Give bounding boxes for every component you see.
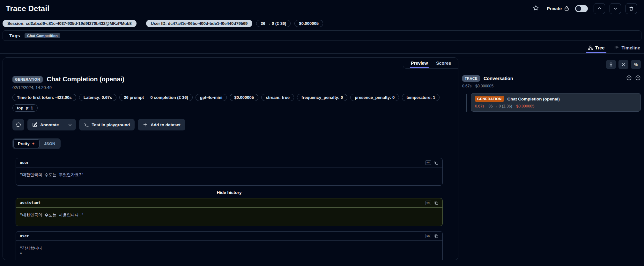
bookmark-star-button[interactable] bbox=[531, 4, 540, 13]
tab-pretty[interactable]: Pretty ✦ bbox=[13, 139, 40, 148]
observation-preview-card: Preview Scores GENERATION Chat Completio… bbox=[3, 57, 458, 260]
markdown-toggle-icon[interactable]: M↓ bbox=[425, 160, 431, 165]
message-role: assistant bbox=[20, 201, 41, 205]
view-tabs: Tree Timeline bbox=[0, 41, 644, 54]
trace-type-badge: TRACE bbox=[462, 75, 480, 82]
hide-history-button[interactable]: Hide history bbox=[217, 190, 241, 195]
delete-trace-button[interactable] bbox=[625, 3, 637, 14]
annotate-button[interactable]: Annotate bbox=[27, 119, 64, 130]
trace-metrics: 0.67s $0.000005 bbox=[462, 84, 641, 88]
token-usage-badge: 36 → 0 (Σ 36) bbox=[256, 20, 291, 27]
tab-json[interactable]: JSON bbox=[40, 139, 60, 148]
star-icon bbox=[533, 5, 539, 11]
temperature-pill: temperature: 1 bbox=[402, 94, 440, 101]
markdown-toggle-icon[interactable]: M↓ bbox=[425, 201, 431, 205]
tab-scores[interactable]: Scores bbox=[436, 58, 451, 69]
format-toggle: Pretty ✦ JSON bbox=[12, 138, 61, 149]
pretty-label: Pretty bbox=[18, 141, 30, 146]
annotate-split-button: Annotate bbox=[27, 119, 76, 130]
token-breakdown-pill: 36 prompt → 0 completion (Σ 36) bbox=[119, 94, 192, 101]
generation-type-badge: GENERATION bbox=[12, 76, 43, 83]
chat-messages: user M↓ "대한민국의 수도는 무엇인가요?" bbox=[12, 158, 445, 260]
markdown-toggle-icon[interactable]: M↓ bbox=[425, 234, 431, 238]
expand-all-button[interactable] bbox=[626, 75, 632, 82]
tags-label: Tags bbox=[9, 33, 20, 38]
sparkles-icon: ✦ bbox=[32, 141, 35, 146]
message-assistant: assistant M↓ "대한민국의 수도는 서울입니다." bbox=[16, 198, 443, 226]
page-title: Trace Detail bbox=[6, 4, 49, 13]
node-tokens: 36 → 0 (Σ 36) bbox=[488, 104, 512, 108]
generation-badge: GENERATION bbox=[475, 96, 504, 102]
chevron-down-icon bbox=[68, 123, 72, 127]
privacy-label: Private bbox=[547, 6, 562, 11]
add-to-dataset-button[interactable]: Add to dataset bbox=[138, 119, 185, 130]
cost-pill: $0.000005 bbox=[230, 94, 258, 101]
chat-bubble-icon bbox=[16, 122, 21, 127]
node-cost: $0.000005 bbox=[516, 104, 534, 108]
top-p-pill: top_p: 1 bbox=[12, 104, 38, 112]
metrics-toggle-button[interactable]: % bbox=[631, 60, 641, 69]
next-trace-button[interactable] bbox=[610, 3, 621, 14]
plus-icon bbox=[143, 122, 148, 127]
annotate-label: Annotate bbox=[40, 122, 59, 127]
chevron-down-icon bbox=[613, 6, 618, 11]
copy-icon[interactable] bbox=[434, 201, 439, 205]
tab-timeline[interactable]: Timeline bbox=[613, 45, 641, 53]
message-header: assistant M↓ bbox=[16, 198, 442, 208]
node-title: Chat Completion (openai) bbox=[507, 97, 560, 101]
collapse-all-button[interactable] bbox=[618, 60, 628, 69]
plus-circle-icon bbox=[626, 75, 632, 81]
collapse-icon bbox=[621, 62, 626, 67]
time-to-first-token-pill: Time to first token: -423.00s bbox=[12, 94, 76, 101]
annotate-dropdown-button[interactable] bbox=[64, 119, 76, 130]
presence-penalty-pill: presence_penalty: 0 bbox=[350, 94, 399, 101]
privacy-indicator: Private bbox=[547, 6, 569, 11]
toggle-knob bbox=[576, 6, 581, 11]
timeline-icon bbox=[614, 45, 619, 50]
add-to-dataset-label: Add to dataset bbox=[151, 122, 181, 127]
tab-timeline-label: Timeline bbox=[621, 45, 640, 50]
trace-cost: $0.000005 bbox=[475, 84, 493, 88]
copy-icon[interactable] bbox=[434, 160, 439, 165]
award-icon bbox=[609, 62, 613, 67]
tab-tree[interactable]: Tree bbox=[587, 45, 605, 53]
tag-chip[interactable]: Chat Competition bbox=[25, 33, 60, 38]
tree-icon bbox=[588, 45, 593, 50]
trace-tree-sidebar: % TRACE Conversation bbox=[462, 57, 641, 258]
top-bar: Trace Detail Private bbox=[0, 0, 644, 17]
tab-preview[interactable]: Preview bbox=[411, 58, 428, 69]
collapse-tree-button[interactable] bbox=[635, 75, 641, 82]
cost-badge: $0.000005 bbox=[294, 20, 323, 27]
message-content: "감사합니다 " bbox=[16, 241, 442, 260]
preview-scores-tabs: Preview Scores bbox=[403, 58, 458, 69]
public-share-toggle[interactable] bbox=[575, 5, 588, 12]
tree-indent-guide bbox=[466, 94, 467, 112]
previous-trace-button[interactable] bbox=[594, 3, 605, 14]
tree-node-generation[interactable]: GENERATION Chat Completion (openai) 0.67… bbox=[471, 93, 641, 112]
trace-title: Conversation bbox=[484, 76, 513, 81]
lock-icon bbox=[564, 6, 569, 11]
message-user-2: user M↓ "감사합니다 " bbox=[16, 231, 443, 260]
comments-button[interactable] bbox=[12, 119, 24, 130]
test-in-playground-button[interactable]: Test in playground bbox=[79, 119, 135, 130]
model-pill: gpt-4o-mini bbox=[196, 94, 227, 101]
percent-icon: % bbox=[634, 62, 638, 67]
trace-meta-row: Session: cd3abcd6-c81c-4037-935d-19d9f27… bbox=[0, 17, 644, 29]
observation-actions: Annotate Test in playgro bbox=[12, 119, 445, 130]
frequency-penalty-pill: frequency_penalty: 0 bbox=[297, 94, 347, 101]
chevron-up-icon bbox=[597, 6, 602, 11]
stream-pill: stream: true bbox=[261, 94, 294, 101]
message-role: user bbox=[20, 160, 29, 165]
user-id-badge[interactable]: User ID: dc47a41e-06bc-400d-bde1-f0e440d… bbox=[146, 20, 253, 27]
observation-metrics-row: Time to first token: -423.00s Latency: 0… bbox=[12, 94, 445, 101]
message-role: user bbox=[20, 234, 29, 238]
node-latency: 0.67s bbox=[475, 104, 484, 108]
session-badge[interactable]: Session: cd3abcd6-c81c-4037-935d-19d9f27… bbox=[3, 20, 137, 27]
terminal-icon bbox=[84, 122, 89, 127]
scores-toggle-button[interactable] bbox=[606, 60, 616, 69]
trace-latency: 0.67s bbox=[462, 84, 471, 88]
copy-icon[interactable] bbox=[434, 234, 439, 238]
latency-pill: Latency: 0.67s bbox=[79, 94, 117, 101]
trace-root-row[interactable]: TRACE Conversation bbox=[462, 75, 641, 82]
tab-tree-label: Tree bbox=[595, 45, 605, 50]
